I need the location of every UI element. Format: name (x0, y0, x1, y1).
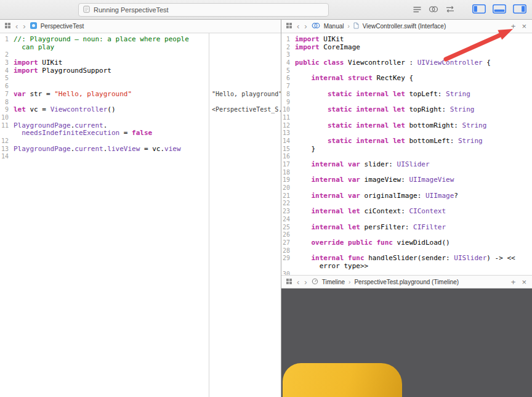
back-button[interactable]: ‹ (15, 22, 18, 30)
code-line: needsIndefiniteExecution = false (0, 129, 209, 137)
code-token: Viewcontroller : (344, 59, 417, 67)
code-token: let (14, 105, 26, 113)
version-editor-icon (445, 6, 455, 15)
line-number: 14 (0, 153, 14, 161)
code-token: current (75, 121, 103, 129)
line-number: 2 (281, 44, 295, 52)
breadcrumb-file[interactable]: ViewController.swift (Interface) (363, 23, 446, 30)
code-token: UIViewController (417, 59, 483, 67)
related-items-icon[interactable] (286, 278, 292, 286)
code-token (295, 121, 328, 129)
code-token: () (107, 105, 115, 113)
line-number: 11 (281, 114, 295, 122)
debug-pane-icon (493, 4, 506, 15)
line-number: 7 (0, 91, 14, 99)
inspector-pane-toggle[interactable] (513, 4, 526, 15)
code-token: view (164, 145, 181, 153)
code-token: import (295, 35, 320, 43)
code-token: viewDidLoad() (393, 239, 450, 247)
breadcrumb-separator-icon: › (348, 23, 350, 30)
code-token (295, 223, 312, 231)
related-items-icon[interactable] (4, 22, 11, 30)
code-token: static internal let (328, 105, 405, 113)
code-line: 14 (0, 153, 209, 161)
code-line: 7var str = "Hello, playground" (0, 91, 209, 99)
result-value: <PerspectiveTest_S... (212, 106, 281, 114)
code-token: = (119, 129, 132, 137)
code-token: bottomLeft: (405, 137, 458, 145)
code-token (295, 74, 312, 82)
line-number: 13 (0, 145, 14, 153)
code-token: UIKit (38, 59, 63, 67)
navigator-pane-icon (472, 4, 486, 15)
code-token: PlaygroundPage (14, 121, 71, 129)
line-number: 25 (281, 224, 295, 232)
code-line: can play (0, 44, 209, 52)
code-token: Viewcontroller (50, 105, 108, 113)
code-token: ciContext: (360, 207, 409, 215)
forward-button[interactable]: › (22, 22, 26, 30)
timeline-preview (281, 289, 532, 397)
line-number: 1 (281, 36, 295, 44)
code-line: 12 static internal let bottomRight: Stri… (281, 122, 532, 130)
line-number: 4 (281, 59, 295, 67)
playground-file-icon (30, 22, 37, 30)
code-token: UIImage (425, 192, 454, 200)
back-button[interactable]: ‹ (296, 278, 300, 286)
related-items-icon[interactable] (286, 22, 292, 30)
line-number: 17 (281, 161, 295, 169)
line-number: 28 (281, 247, 295, 255)
code-token: liveView (107, 145, 140, 153)
code-token (14, 129, 22, 137)
primary-editor-pane: ‹ › PerspectiveTest 1//: Playground — no… (0, 20, 281, 397)
version-editor-button[interactable] (445, 6, 455, 15)
timeline-icon (312, 278, 318, 286)
line-number: 14 (281, 137, 295, 145)
add-assistant-button[interactable]: + (510, 22, 517, 30)
navigator-pane-toggle[interactable] (472, 4, 486, 15)
forward-button[interactable]: › (304, 278, 307, 286)
standard-editor-icon (413, 6, 422, 15)
code-token: internal var (312, 192, 360, 200)
code-token: internal let (312, 207, 360, 215)
code-line: 10 static internal let topRight: String (281, 106, 532, 114)
code-line: 6 internal struct RectKey { (281, 75, 532, 83)
code-token: current (75, 145, 103, 153)
assistant-editor-button[interactable] (429, 6, 438, 15)
code-token: false (132, 129, 152, 137)
line-number: 11 (0, 122, 14, 130)
breadcrumb-file[interactable]: PerspectiveTest.playground (Timeline) (354, 279, 459, 285)
line-number: 12 (281, 122, 295, 130)
debug-pane-toggle[interactable] (493, 4, 506, 15)
code-token: PlaygroundPage (14, 145, 71, 153)
breadcrumb-mode[interactable]: Manual (324, 23, 344, 30)
playground-editor-body: 1//: Playground — noun: a place where pe… (0, 33, 281, 397)
code-token: static internal let (328, 90, 405, 98)
code-line: 4import PlaygroundSupport (0, 67, 209, 75)
result-value: "Hello, playground" (212, 91, 281, 99)
line-number: 29 (281, 255, 295, 263)
back-button[interactable]: ‹ (296, 22, 300, 30)
code-line: 8 static internal let topLeft: String (281, 91, 532, 99)
code-token: UIImageView (409, 176, 454, 184)
forward-button[interactable]: › (304, 22, 307, 30)
code-token: UISlider (397, 160, 430, 168)
add-assistant-button[interactable]: + (510, 278, 517, 286)
code-token: error type>> (295, 262, 368, 270)
code-token (295, 254, 312, 262)
code-token: override public func (312, 239, 393, 247)
line-number: 8 (281, 91, 295, 99)
activity-status-text: Running PerspectiveTest (94, 6, 169, 14)
breadcrumb-file[interactable]: PerspectiveTest (41, 23, 84, 30)
assistant-source-editor[interactable]: 1import UIKit2import CoreImage34public c… (281, 33, 532, 275)
close-assistant-button[interactable]: × (520, 22, 528, 30)
code-token: topRight: (405, 105, 450, 113)
line-number: 2 (0, 51, 14, 59)
standard-editor-button[interactable] (413, 6, 422, 15)
code-line: 30 (281, 271, 532, 275)
line-number: 21 (281, 192, 295, 200)
breadcrumb-mode[interactable]: Timeline (322, 279, 345, 285)
code-token: CIFilter (413, 223, 446, 231)
playground-source-editor[interactable]: 1//: Playground — noun: a place where pe… (0, 33, 209, 397)
close-assistant-button[interactable]: × (520, 278, 528, 286)
